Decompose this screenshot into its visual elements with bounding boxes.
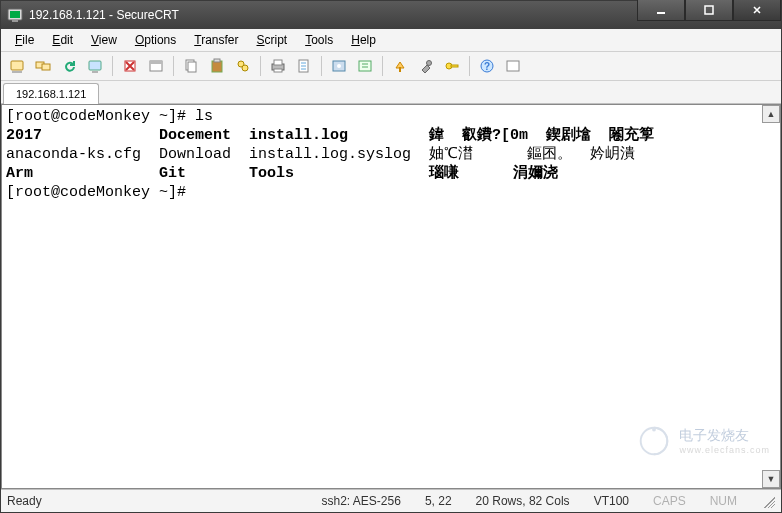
session-tabstrip: 192.168.1.121 xyxy=(1,81,781,104)
terminal-line: [root@codeMonkey ~]# ls xyxy=(6,107,776,126)
svg-rect-24 xyxy=(359,61,371,71)
svg-rect-14 xyxy=(212,61,222,72)
toolbar-help-icon[interactable]: ? xyxy=(475,54,499,78)
toolbar-key-icon[interactable] xyxy=(440,54,464,78)
toolbar-tools-icon[interactable] xyxy=(414,54,438,78)
svg-rect-13 xyxy=(188,62,196,72)
close-button[interactable] xyxy=(733,0,781,21)
menu-tools[interactable]: Tools xyxy=(297,31,341,49)
toolbar-new-session-icon[interactable] xyxy=(118,54,142,78)
toolbar-session-manager-icon[interactable] xyxy=(144,54,168,78)
toolbar-session-options-icon[interactable] xyxy=(353,54,377,78)
status-cursor: 5, 22 xyxy=(425,494,452,508)
toolbar-quick-connect-icon[interactable] xyxy=(5,54,29,78)
menu-file[interactable]: File xyxy=(7,31,42,49)
svg-rect-25 xyxy=(399,67,401,72)
svg-point-17 xyxy=(242,65,248,71)
status-size: 20 Rows, 82 Cols xyxy=(476,494,570,508)
svg-rect-15 xyxy=(214,59,220,62)
toolbar-about-icon[interactable] xyxy=(501,54,525,78)
svg-text:?: ? xyxy=(484,61,490,72)
svg-rect-2 xyxy=(12,20,18,22)
svg-rect-31 xyxy=(507,61,519,71)
menu-options[interactable]: Options xyxy=(127,31,184,49)
svg-rect-1 xyxy=(10,11,20,18)
terminal-pane: [root@codeMonkey ~]# ls2017 Docement ins… xyxy=(1,104,781,489)
maximize-button[interactable] xyxy=(685,0,733,21)
toolbar-reconnect-icon[interactable] xyxy=(57,54,81,78)
svg-rect-19 xyxy=(274,60,282,65)
toolbar-paste-icon[interactable] xyxy=(205,54,229,78)
session-tab-current[interactable]: 192.168.1.121 xyxy=(3,83,99,104)
titlebar[interactable]: 192.168.1.121 - SecureCRT xyxy=(1,1,781,29)
svg-rect-8 xyxy=(89,61,101,70)
toolbar-transfer-icon[interactable] xyxy=(388,54,412,78)
terminal-output[interactable]: [root@codeMonkey ~]# ls2017 Docement ins… xyxy=(2,105,780,488)
toolbar-connect-icon[interactable] xyxy=(31,54,55,78)
menu-edit[interactable]: Edit xyxy=(44,31,81,49)
toolbar: ? xyxy=(1,52,781,81)
svg-rect-7 xyxy=(42,64,50,70)
scroll-down-button[interactable]: ▼ xyxy=(762,470,780,488)
resize-grip-icon[interactable] xyxy=(761,494,775,508)
terminal-line: [root@codeMonkey ~]# xyxy=(6,183,776,202)
menu-script[interactable]: Script xyxy=(249,31,296,49)
toolbar-copy-icon[interactable] xyxy=(179,54,203,78)
svg-rect-4 xyxy=(705,6,713,14)
terminal-line: anaconda-ks.cfg Download install.log.sys… xyxy=(6,145,776,164)
status-num: NUM xyxy=(710,494,737,508)
minimize-button[interactable] xyxy=(637,0,685,21)
menu-help[interactable]: Help xyxy=(343,31,384,49)
toolbar-options-icon[interactable] xyxy=(327,54,351,78)
session-tab-label: 192.168.1.121 xyxy=(16,88,86,100)
status-ready: Ready xyxy=(7,494,42,508)
status-caps: CAPS xyxy=(653,494,686,508)
svg-rect-5 xyxy=(11,61,23,70)
app-icon xyxy=(7,7,23,23)
statusbar: Ready ssh2: AES-256 5, 22 20 Rows, 82 Co… xyxy=(1,489,781,512)
svg-point-23 xyxy=(337,64,341,68)
app-window: 192.168.1.121 - SecureCRT File Edit View… xyxy=(0,0,782,513)
svg-rect-28 xyxy=(451,65,458,67)
status-term: VT100 xyxy=(594,494,629,508)
window-title: 192.168.1.121 - SecureCRT xyxy=(29,8,637,22)
terminal-line: 2017 Docement install.log 鍏 叡鐨?[0m 鍥剧墖 闂… xyxy=(6,126,776,145)
menu-transfer[interactable]: Transfer xyxy=(186,31,246,49)
terminal-line: Arm Git Tools 瑙嗛 涓嬭浇 xyxy=(6,164,776,183)
svg-point-26 xyxy=(427,61,432,66)
svg-rect-3 xyxy=(657,12,665,14)
toolbar-disconnect-icon[interactable] xyxy=(83,54,107,78)
svg-rect-11 xyxy=(150,61,162,64)
svg-rect-20 xyxy=(274,69,282,72)
menu-view[interactable]: View xyxy=(83,31,125,49)
menubar: File Edit View Options Transfer Script T… xyxy=(1,29,781,52)
toolbar-log-icon[interactable] xyxy=(292,54,316,78)
toolbar-print-icon[interactable] xyxy=(266,54,290,78)
status-cipher: ssh2: AES-256 xyxy=(321,494,400,508)
toolbar-find-icon[interactable] xyxy=(231,54,255,78)
scroll-up-button[interactable]: ▲ xyxy=(762,105,780,123)
